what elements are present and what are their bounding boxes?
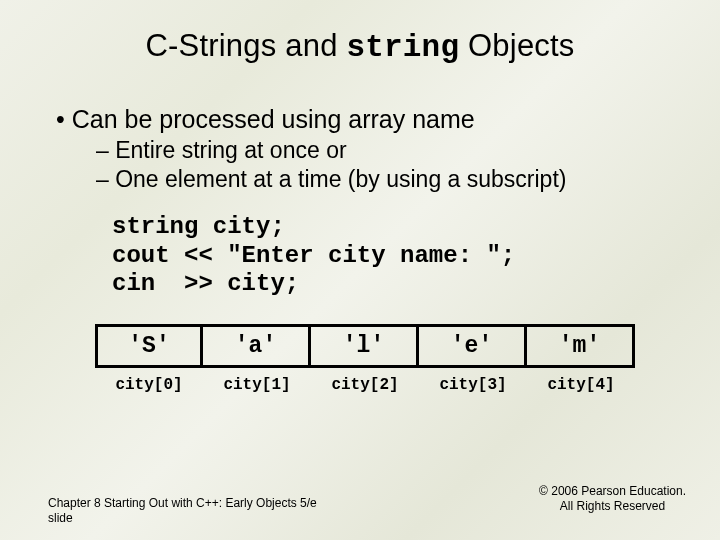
- cell-index: city[0]: [95, 376, 203, 394]
- footer-copyright: © 2006 Pearson Education.: [539, 484, 686, 499]
- footer-chapter: Chapter 8 Starting Out with C++: Early O…: [48, 496, 317, 511]
- cell-index: city[1]: [203, 376, 311, 394]
- cell-value: 'S': [95, 324, 203, 368]
- cell-value: 'm': [527, 324, 635, 368]
- bullet-list: Can be processed using array name Entire…: [48, 103, 672, 195]
- array-cell: 'm' city[4]: [527, 324, 635, 394]
- cell-index: city[2]: [311, 376, 419, 394]
- footer-rights: All Rights Reserved: [539, 499, 686, 514]
- array-cell: 'S' city[0]: [95, 324, 203, 394]
- code-sample: string city; cout << "Enter city name: "…: [112, 213, 672, 298]
- footer-right: © 2006 Pearson Education. All Rights Res…: [539, 484, 686, 514]
- footer-slide-label: slide: [48, 511, 317, 526]
- footer-left: Chapter 8 Starting Out with C++: Early O…: [48, 496, 317, 526]
- slide-body: C-Strings and string Objects Can be proc…: [0, 0, 720, 394]
- title-pre: C-Strings and: [145, 28, 346, 63]
- array-cell: 'e' city[3]: [419, 324, 527, 394]
- slide-title: C-Strings and string Objects: [48, 28, 672, 65]
- array-diagram: 'S' city[0] 'a' city[1] 'l' city[2] 'e' …: [58, 324, 672, 394]
- array-cell: 'l' city[2]: [311, 324, 419, 394]
- bullet-level2-a: Entire string at once or: [96, 136, 672, 166]
- cell-value: 'e': [419, 324, 527, 368]
- array-cell: 'a' city[1]: [203, 324, 311, 394]
- cell-value: 'a': [203, 324, 311, 368]
- cell-index: city[3]: [419, 376, 527, 394]
- title-post: Objects: [459, 28, 574, 63]
- bullet-level1: Can be processed using array name: [56, 103, 672, 136]
- cell-index: city[4]: [527, 376, 635, 394]
- cell-value: 'l': [311, 324, 419, 368]
- title-code: string: [346, 30, 459, 65]
- bullet-level2-b: One element at a time (by using a subscr…: [96, 165, 672, 195]
